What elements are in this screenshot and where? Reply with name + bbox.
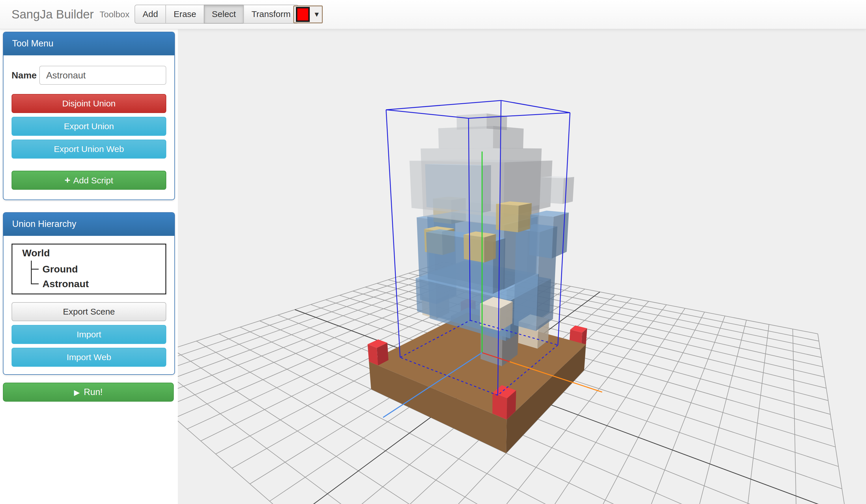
tree-node-ground[interactable]: Ground xyxy=(42,264,78,275)
hierarchy-tree: World Ground Astronaut xyxy=(12,244,166,294)
toolbox-label: Toolbox xyxy=(100,0,129,29)
sidebar: Tool Menu Name Disjoint Union Export Uni… xyxy=(0,29,178,504)
export-scene-button[interactable]: Export Scene xyxy=(12,302,166,321)
run-button-label: Run! xyxy=(84,387,102,397)
disjoint-union-button[interactable]: Disjoint Union xyxy=(12,94,166,113)
tree-branch-tick xyxy=(31,284,39,284)
import-web-button[interactable]: Import Web xyxy=(12,348,166,367)
tree-node-astronaut[interactable]: Astronaut xyxy=(42,278,89,289)
selected-color-swatch xyxy=(296,7,310,22)
color-picker-dropdown[interactable]: ▼ xyxy=(293,5,323,23)
tool-menu-body: Name Disjoint Union Export Union Export … xyxy=(3,66,174,190)
play-icon: ▶ xyxy=(74,388,80,397)
tree-branch-line xyxy=(31,261,32,284)
add-script-button[interactable]: +Add Script xyxy=(12,171,166,190)
dropdown-caret-icon: ▼ xyxy=(313,11,320,18)
tree-node-world[interactable]: World xyxy=(22,248,50,259)
add-script-label: Add Script xyxy=(73,175,113,185)
export-union-button[interactable]: Export Union xyxy=(12,117,166,136)
toolbar-button-erase[interactable]: Erase xyxy=(165,4,204,24)
tree-branch-tick xyxy=(31,269,39,270)
app-root: SangJa Builder Toolbox Add Erase Select … xyxy=(0,0,866,504)
toolbar-button-transform[interactable]: Transform xyxy=(243,4,299,24)
name-label: Name xyxy=(12,70,39,81)
name-row: Name xyxy=(12,66,166,85)
name-input[interactable] xyxy=(39,66,166,85)
export-union-web-button[interactable]: Export Union Web xyxy=(12,139,166,159)
tool-menu-panel: Tool Menu Name Disjoint Union Export Uni… xyxy=(3,32,175,200)
toolbar-button-select[interactable]: Select xyxy=(204,4,244,24)
union-hierarchy-header: Union Hierarchy xyxy=(3,213,174,236)
plus-icon: + xyxy=(65,174,70,185)
union-hierarchy-panel: Union Hierarchy World Ground Astronaut E… xyxy=(3,212,175,375)
run-button[interactable]: ▶Run! xyxy=(3,382,174,402)
viewport-3d-container xyxy=(178,29,866,504)
toolbox-button-group: Add Erase Select Transform xyxy=(134,4,299,24)
import-button[interactable]: Import xyxy=(12,325,166,344)
viewport-3d[interactable] xyxy=(178,29,866,504)
app-title: SangJa Builder xyxy=(12,0,94,29)
tool-menu-header: Tool Menu xyxy=(3,32,174,55)
union-hierarchy-body: World Ground Astronaut Export Scene Impo… xyxy=(3,244,174,367)
top-navbar: SangJa Builder Toolbox Add Erase Select … xyxy=(0,0,866,30)
toolbar-button-add[interactable]: Add xyxy=(134,4,166,24)
